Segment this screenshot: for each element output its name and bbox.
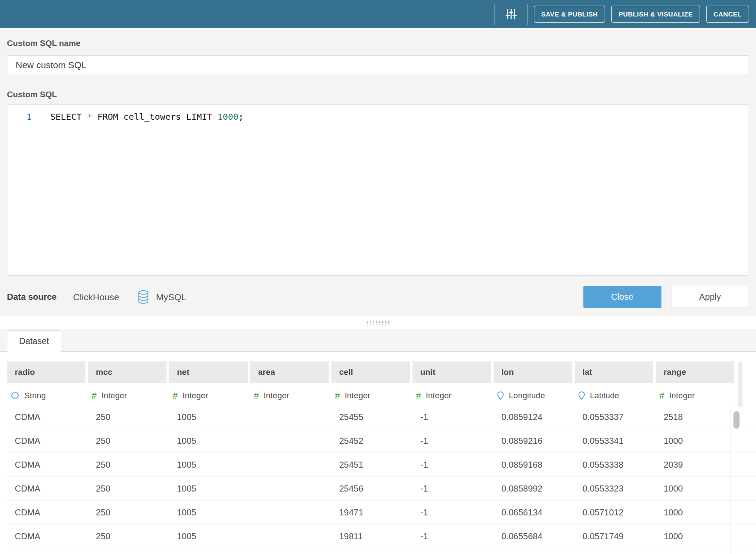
table-cell: 250 xyxy=(88,436,167,446)
table-cell: -1 xyxy=(412,508,491,518)
geo-pin-icon xyxy=(497,391,504,400)
table-cell: CDMA xyxy=(7,460,85,470)
column-type-label: Integer xyxy=(264,391,289,400)
topbar-divider xyxy=(494,4,495,25)
save-publish-button[interactable]: SAVE & PUBLISH xyxy=(534,6,605,23)
close-button[interactable]: Close xyxy=(583,286,661,308)
table-cell: 250 xyxy=(88,484,167,494)
custom-sql-name-label: Custom SQL name xyxy=(7,28,749,48)
table-cell: 0.0859168 xyxy=(494,460,572,470)
table-cell: 0.0553323 xyxy=(575,484,653,494)
column-type-unit: # Integer xyxy=(412,386,491,405)
sql-token: 1000 xyxy=(217,111,238,122)
tab-strip: Dataset xyxy=(0,329,756,352)
table-cell: 1005 xyxy=(169,412,248,422)
table-row: CDMA250100519471-10.06561340.05710121000 xyxy=(7,501,756,524)
custom-sql-label: Custom SQL xyxy=(7,75,749,99)
table-cell: 0.0571012 xyxy=(575,508,653,518)
sql-code-editor[interactable]: 1 SELECT * FROM cell_towers LIMIT 1000; xyxy=(7,105,749,275)
integer-hash-icon: # xyxy=(335,391,340,400)
column-type-label: Longitude xyxy=(509,391,545,400)
table-body: CDMA250100525455-10.08591240.05533372518… xyxy=(7,405,756,548)
splitter-grip-icon xyxy=(366,321,390,325)
tab-dataset[interactable]: Dataset xyxy=(7,330,61,352)
sql-token: SELECT xyxy=(50,111,87,122)
sql-token: FROM cell_towers LIMIT xyxy=(97,111,217,122)
custom-sql-panel: Custom SQL name Custom SQL 1 SELECT * FR… xyxy=(0,28,756,316)
column-header-cell[interactable]: cell xyxy=(331,361,410,383)
table-cell: -1 xyxy=(412,531,491,541)
datasource-option-mysql[interactable]: MySQL xyxy=(156,292,187,302)
table-cell: 0.0859124 xyxy=(494,412,572,422)
sql-token: * xyxy=(87,111,97,122)
table-cell: 1005 xyxy=(169,436,248,446)
table-cell: CDMA xyxy=(7,484,85,494)
column-header-mcc[interactable]: mcc xyxy=(88,361,167,383)
column-type-label: Integer xyxy=(183,391,208,400)
table-cell: 25451 xyxy=(331,460,410,470)
table-cell: 2039 xyxy=(656,460,734,470)
column-type-radio: String xyxy=(7,386,85,405)
panel-splitter[interactable] xyxy=(0,316,756,329)
column-type-label: Integer xyxy=(669,391,695,400)
table-cell: 0.0858992 xyxy=(494,484,572,494)
column-type-lat: Latitude xyxy=(575,386,653,405)
column-header-lon[interactable]: lon xyxy=(494,361,572,383)
table-cell: 19471 xyxy=(331,508,410,518)
column-header-net[interactable]: net xyxy=(169,361,248,383)
table-cell: 250 xyxy=(88,531,167,541)
table-cell: 1005 xyxy=(169,484,248,494)
sql-code-line: 1 SELECT * FROM cell_towers LIMIT 1000; xyxy=(7,111,749,123)
sql-statement: SELECT * FROM cell_towers LIMIT 1000; xyxy=(32,111,244,123)
column-header-radio[interactable]: radio xyxy=(7,361,85,383)
datasource-row: Data source ClickHouse MySQL Close Apply xyxy=(7,286,749,308)
table-cell: -1 xyxy=(412,460,491,470)
string-icon xyxy=(10,392,20,399)
publish-visualize-button[interactable]: PUBLISH & VISUALIZE xyxy=(611,6,700,23)
table-cell: 0.0859216 xyxy=(494,436,572,446)
scrollbar-thumb[interactable] xyxy=(733,411,740,429)
table-cell: 1000 xyxy=(656,436,734,446)
settings-sliders-icon[interactable] xyxy=(501,8,521,20)
table-cell: -1 xyxy=(412,484,491,494)
column-type-label: String xyxy=(24,391,46,400)
table-cell: 1005 xyxy=(169,508,248,518)
table-row: CDMA250100525455-10.08591240.05533372518 xyxy=(7,405,756,429)
integer-hash-icon: # xyxy=(416,391,421,400)
column-type-range: # Integer xyxy=(656,386,734,405)
table-type-row: String # Integer # Integer # Integer # I… xyxy=(7,386,756,405)
dataset-panel: Dataset radiomccnetareacellunitlonlatran… xyxy=(0,329,756,554)
table-cell: 25456 xyxy=(331,484,410,494)
table-cell: CDMA xyxy=(7,412,85,422)
table-cell: 0.0553338 xyxy=(575,460,653,470)
table-cell: 1005 xyxy=(169,460,248,470)
integer-hash-icon: # xyxy=(659,391,664,400)
table-cell: 0.0571749 xyxy=(575,531,653,541)
table-row: CDMA250100525451-10.08591680.05533382039 xyxy=(7,453,756,477)
column-type-label: Integer xyxy=(426,391,452,400)
table-cell: 1000 xyxy=(656,484,734,494)
column-type-mcc: # Integer xyxy=(88,386,167,405)
top-bar: SAVE & PUBLISH PUBLISH & VISUALIZE CANCE… xyxy=(0,0,756,28)
table-cell: 0.0553337 xyxy=(575,412,653,422)
custom-sql-name-input[interactable] xyxy=(7,55,749,75)
table-cell: 0.0656134 xyxy=(494,508,572,518)
column-header-unit[interactable]: unit xyxy=(412,361,491,383)
column-header-lat[interactable]: lat xyxy=(575,361,653,383)
table-cell: 25455 xyxy=(331,412,410,422)
table-cell: 250 xyxy=(88,460,167,470)
table-cell: -1 xyxy=(412,412,491,422)
table-cell: 2518 xyxy=(656,412,734,422)
table-cell: 250 xyxy=(88,508,167,518)
column-type-label: Latitude xyxy=(590,391,619,400)
column-header-range[interactable]: range xyxy=(656,361,734,383)
cancel-button[interactable]: CANCEL xyxy=(706,6,749,23)
integer-hash-icon: # xyxy=(254,391,259,400)
column-header-area[interactable]: area xyxy=(250,361,329,383)
datasource-option-clickhouse[interactable]: ClickHouse xyxy=(73,292,119,302)
dataset-preview-table: radiomccnetareacellunitlonlatrange Strin… xyxy=(7,361,756,548)
table-cell: 250 xyxy=(88,412,167,422)
table-header-row: radiomccnetareacellunitlonlatrange xyxy=(7,361,756,383)
scrollbar-track xyxy=(738,361,743,407)
apply-button[interactable]: Apply xyxy=(671,286,749,308)
